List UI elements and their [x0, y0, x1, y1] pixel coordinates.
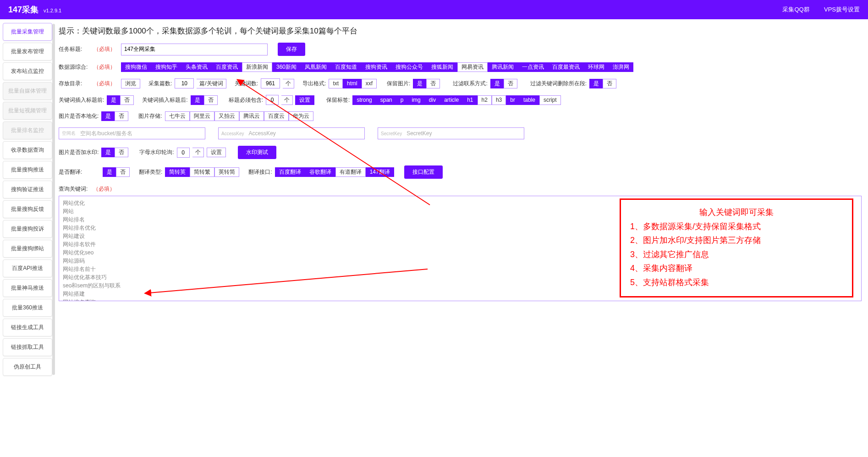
api-config-button[interactable]: 接口配置: [404, 165, 443, 179]
trans-type-tag-2[interactable]: 英转简: [214, 167, 239, 177]
label-img-local: 图片是否本地化:: [59, 112, 99, 120]
link-qq-group[interactable]: 采集QQ群: [782, 6, 809, 13]
label-translate: 是否翻译:: [59, 168, 88, 176]
sidebar-item-16[interactable]: 链接抓取工具: [3, 338, 52, 356]
format-tag-0[interactable]: txt: [329, 79, 343, 88]
html-tag-1[interactable]: span: [376, 95, 396, 105]
sidebar-item-17[interactable]: 伪原创工具: [3, 358, 52, 376]
trans-type-tag-0[interactable]: 简转英: [165, 167, 190, 177]
sidebar-item-13[interactable]: 批量神马推送: [3, 279, 52, 297]
sidebar-item-3: 批量自媒体管理: [3, 82, 52, 100]
sidebar: 批量采集管理批量发布管理发布站点监控批量自媒体管理批量短视频管理批量排名监控收录…: [0, 19, 55, 380]
bucket-field[interactable]: 空间名: [59, 127, 205, 139]
link-vps-dial[interactable]: VPS拨号设置: [824, 6, 860, 13]
sidebar-item-12[interactable]: 百度API推送: [3, 259, 52, 277]
img-store-tag-3[interactable]: 腾讯云: [239, 111, 264, 121]
label-format: 导出格式:: [302, 80, 326, 88]
row-cloud-inputs: 空间名 AccessKey SecretKey: [59, 127, 862, 139]
kw-before-toggle[interactable]: 是否: [107, 95, 134, 105]
trans-type-tag-1[interactable]: 简转繁: [190, 167, 214, 177]
accesskey-field[interactable]: AccessKey: [218, 127, 365, 139]
required-mark: （必填）: [93, 185, 115, 193]
sidebar-item-6[interactable]: 收录数据查询: [3, 141, 52, 159]
hint-text: 提示：关键词数最多1000个，采集数据源多个轮训，每个关键词最多采集10篇每个平…: [59, 26, 862, 36]
browse-button[interactable]: 浏览: [121, 79, 140, 88]
label-trans-type: 翻译类型:: [139, 168, 162, 176]
save-button[interactable]: 保存: [278, 43, 305, 56]
watermark-test-button[interactable]: 水印测试: [238, 146, 276, 159]
source-tag-16[interactable]: 澎湃网: [609, 62, 633, 72]
source-tag-1[interactable]: 搜狗知乎: [151, 62, 181, 72]
html-tag-4[interactable]: div: [425, 95, 440, 105]
sidebar-item-10[interactable]: 批量搜狗投诉: [3, 220, 52, 238]
sidebar-item-15[interactable]: 链接生成工具: [3, 319, 52, 336]
bucket-input[interactable]: [78, 128, 205, 139]
required-mark: （必填）: [93, 45, 115, 53]
title-must-input[interactable]: [266, 95, 279, 105]
html-tag-7[interactable]: h2: [478, 95, 492, 105]
source-tag-3[interactable]: 百度资讯: [212, 62, 242, 72]
source-tag-13[interactable]: 一点资讯: [518, 62, 548, 72]
html-tag-0[interactable]: strong: [352, 95, 376, 105]
sidebar-item-1[interactable]: 批量发布管理: [3, 43, 52, 61]
html-tag-6[interactable]: h1: [463, 95, 477, 105]
source-tag-15[interactable]: 环球网: [584, 62, 609, 72]
html-tag-10[interactable]: table: [519, 95, 539, 105]
html-tag-2[interactable]: p: [396, 95, 408, 105]
source-tag-2[interactable]: 头条资讯: [181, 62, 212, 72]
kw-after-toggle[interactable]: 是否: [191, 95, 218, 105]
translate-toggle[interactable]: 是否: [103, 167, 130, 177]
source-tag-10[interactable]: 搜狐新闻: [427, 62, 457, 72]
source-tag-8[interactable]: 搜狗资讯: [361, 62, 391, 72]
img-store-tag-1[interactable]: 阿里云: [190, 111, 214, 121]
source-tag-14[interactable]: 百度最资讯: [548, 62, 584, 72]
sidebar-item-8[interactable]: 搜狗验证推送: [3, 181, 52, 198]
img-store-tag-2[interactable]: 又拍云: [214, 111, 239, 121]
img-store-tag-4[interactable]: 百度云: [264, 111, 289, 121]
task-title-input[interactable]: [121, 44, 268, 55]
sidebar-item-14[interactable]: 批量360推送: [3, 299, 52, 317]
label-img-store: 图片存储:: [138, 112, 162, 120]
accesskey-input[interactable]: [247, 128, 364, 139]
img-store-tag-5[interactable]: 华为云: [289, 111, 313, 121]
html-tag-5[interactable]: article: [440, 95, 463, 105]
alpha-wm-input[interactable]: [177, 148, 190, 158]
format-tag-2[interactable]: xxf: [362, 79, 377, 88]
trans-api-tag-3[interactable]: 147翻译: [366, 167, 394, 177]
trans-api-tag-2[interactable]: 有道翻译: [335, 167, 366, 177]
sidebar-item-0[interactable]: 批量采集管理: [3, 23, 52, 41]
watermark-toggle[interactable]: 是否: [101, 148, 128, 157]
format-tag-1[interactable]: html: [343, 79, 362, 88]
title-must-set-button[interactable]: 设置: [295, 95, 314, 105]
sidebar-item-9[interactable]: 批量搜狗反馈: [3, 200, 52, 218]
html-tag-8[interactable]: h3: [492, 95, 506, 105]
sidebar-item-7[interactable]: 批量搜狗推送: [3, 161, 52, 179]
img-local-toggle[interactable]: 是否: [101, 111, 128, 121]
secretkey-input[interactable]: [405, 128, 524, 139]
source-tag-11[interactable]: 网易资讯: [457, 62, 488, 72]
sidebar-item-2[interactable]: 发布站点监控: [3, 62, 52, 80]
keep-img-toggle[interactable]: 是否: [413, 79, 440, 88]
source-tag-7[interactable]: 百度知道: [331, 62, 361, 72]
keywords-textarea[interactable]: [59, 196, 862, 301]
source-tag-0[interactable]: 搜狗微信: [121, 62, 151, 72]
img-store-tag-0[interactable]: 七牛云: [165, 111, 190, 121]
secretkey-field[interactable]: SecretKey: [378, 127, 524, 139]
sidebar-item-11[interactable]: 批量搜狗绑站: [3, 240, 52, 258]
source-tag-9[interactable]: 搜狗公众号: [391, 62, 427, 72]
filter-contact-toggle[interactable]: 是否: [490, 79, 517, 88]
source-tag-6[interactable]: 凤凰新闻: [301, 62, 331, 72]
count-input[interactable]: [175, 78, 194, 88]
trans-api-tag-0[interactable]: 百度翻译: [275, 167, 305, 177]
del-line-toggle[interactable]: 是否: [589, 79, 616, 88]
html-tag-9[interactable]: br: [506, 95, 519, 105]
sidebar-item-4: 批量短视频管理: [3, 102, 52, 120]
html-tag-3[interactable]: img: [407, 95, 424, 105]
alpha-wm-set-button[interactable]: 设置: [207, 148, 226, 157]
source-tag-12[interactable]: 腾讯新闻: [488, 62, 518, 72]
html-tag-11[interactable]: script: [539, 95, 561, 105]
source-tag-4[interactable]: 新浪新闻: [242, 62, 272, 72]
trans-api-tag-1[interactable]: 谷歌翻译: [305, 167, 335, 177]
kw-count-input[interactable]: [261, 78, 280, 88]
source-tag-5[interactable]: 360新闻: [272, 62, 301, 72]
